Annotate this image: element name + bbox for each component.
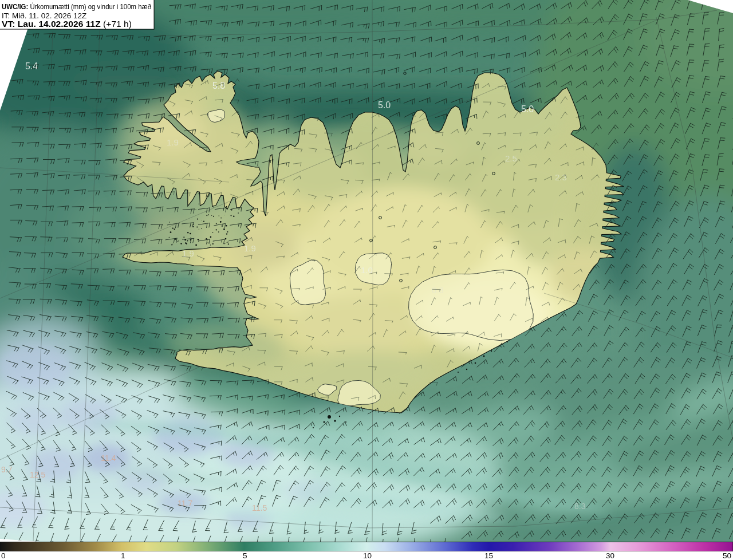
svg-text:9.7: 9.7 [1, 465, 13, 474]
svg-text:5.4: 5.4 [25, 61, 38, 71]
svg-text:IT: Mið. 11. 02. 2026 12Z: IT: Mið. 11. 02. 2026 12Z [2, 11, 86, 20]
svg-text:50: 50 [723, 551, 731, 560]
svg-text:15: 15 [484, 551, 493, 560]
svg-text:30: 30 [606, 551, 614, 560]
svg-text:11.5: 11.5 [252, 503, 267, 512]
svg-text:0: 0 [1, 551, 6, 560]
svg-text:5.0: 5.0 [521, 104, 534, 114]
svg-text:2.3: 2.3 [555, 172, 567, 182]
svg-text:12.5: 12.5 [30, 470, 45, 479]
svg-text:0.8: 0.8 [432, 285, 444, 295]
svg-text:1.9: 1.9 [244, 243, 256, 253]
svg-text:1: 1 [121, 551, 125, 560]
svg-text:2.5: 2.5 [505, 153, 517, 163]
svg-text:5.0: 5.0 [378, 100, 391, 110]
svg-text:1.9: 1.9 [167, 137, 179, 147]
svg-text:5: 5 [243, 551, 247, 560]
svg-text:10: 10 [363, 551, 372, 560]
svg-text:8.3: 8.3 [574, 502, 586, 511]
svg-text:VT: Lau. 14.02.2026 11Z (+71 h: VT: Lau. 14.02.2026 11Z (+71 h) [2, 19, 132, 29]
svg-text:UWC/IG: Úrkomumætti (mm) og vi: UWC/IG: Úrkomumætti (mm) og vindur i 100… [2, 2, 151, 11]
